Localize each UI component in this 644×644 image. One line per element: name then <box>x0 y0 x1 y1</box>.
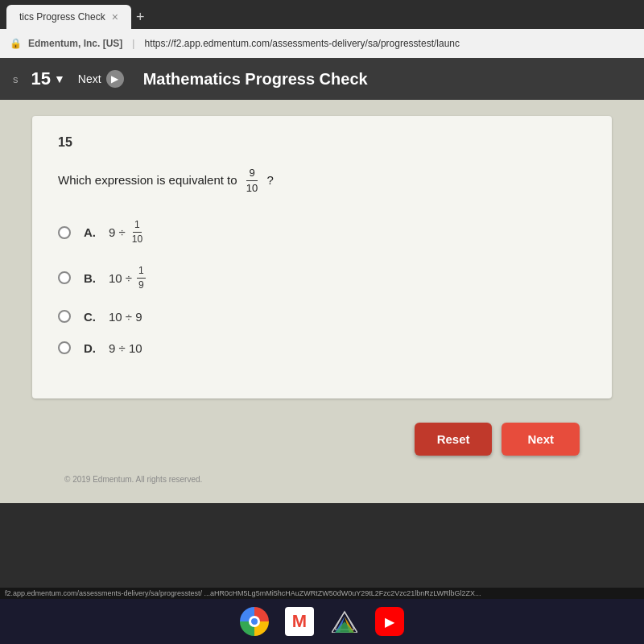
radio-a[interactable] <box>58 226 71 239</box>
option-b-content: 10 ÷ 1 9 <box>109 264 147 292</box>
gmail-icon[interactable]: M <box>285 607 314 636</box>
drive-icon[interactable] <box>330 607 359 636</box>
option-a-label: A. <box>84 225 96 239</box>
main-content: 15 Which expression is equivalent to 9 1… <box>0 100 644 503</box>
radio-c[interactable] <box>58 310 71 323</box>
question-card: 15 Which expression is equivalent to 9 1… <box>32 116 612 398</box>
prev-indicator: s <box>13 73 19 85</box>
chrome-icon[interactable] <box>240 607 269 636</box>
radio-d[interactable] <box>58 341 71 354</box>
separator: | <box>132 38 134 49</box>
chevron-down-icon: ▼ <box>54 72 65 85</box>
chrome-inner-circle <box>249 616 260 627</box>
option-c-content: 10 ÷ 9 <box>109 310 142 324</box>
opt-a-frac-den: 10 <box>130 233 144 246</box>
option-a-fraction: 1 10 <box>130 218 144 246</box>
lock-icon: 🔒 <box>10 38 22 49</box>
question-text-before: Which expression is equivalent to <box>58 173 237 187</box>
question-selector[interactable]: 15 ▼ <box>31 68 65 89</box>
tab-bar: tics Progress Check × + <box>0 0 644 29</box>
footer-url: f2.app.edmentum.com/assessments-delivery… <box>0 588 644 599</box>
question-fraction: 9 10 <box>244 166 260 196</box>
reset-button[interactable]: Reset <box>415 423 493 456</box>
option-d-label: D. <box>84 341 96 355</box>
site-name: Edmentum, Inc. [US] <box>28 38 122 49</box>
option-a[interactable]: A. 9 ÷ 1 10 <box>58 218 586 246</box>
option-b-fraction: 1 9 <box>137 264 146 292</box>
option-b[interactable]: B. 10 ÷ 1 9 <box>58 264 586 292</box>
app-header: s 15 ▼ Next ▶ Mathematics Progress Check <box>0 58 644 100</box>
taskbar: M ▶ <box>0 599 644 644</box>
copyright-text: © 2019 Edmentum. All rights reserved. <box>32 472 612 487</box>
radio-b[interactable] <box>58 271 71 284</box>
opt-b-frac-den: 9 <box>137 279 146 292</box>
option-d[interactable]: D. 9 ÷ 10 <box>58 341 586 355</box>
youtube-icon[interactable]: ▶ <box>375 607 404 636</box>
opt-a-frac-num: 1 <box>133 218 142 233</box>
tab-close-button[interactable]: × <box>112 10 118 23</box>
browser-chrome: tics Progress Check × + 🔒 Edmentum, Inc.… <box>0 0 644 58</box>
option-b-label: B. <box>84 271 96 285</box>
question-number-label: 15 <box>58 135 586 150</box>
option-a-content: 9 ÷ 1 10 <box>109 218 146 246</box>
question-text: Which expression is equivalent to 9 10 ? <box>58 166 586 196</box>
fraction-numerator: 9 <box>246 166 257 181</box>
drive-svg <box>332 610 357 633</box>
url-text[interactable]: https://f2.app.edmentum.com/assessments-… <box>144 38 460 49</box>
header-next-label: Next <box>78 72 101 85</box>
button-area: Reset Next <box>32 415 612 472</box>
fraction-denominator: 10 <box>244 181 260 196</box>
option-c-label: C. <box>84 310 96 324</box>
next-button[interactable]: Next <box>502 423 580 456</box>
question-text-after: ? <box>266 173 273 187</box>
address-bar: 🔒 Edmentum, Inc. [US] | https://f2.app.e… <box>0 29 644 58</box>
option-c[interactable]: C. 10 ÷ 9 <box>58 310 586 324</box>
page-title: Mathematics Progress Check <box>143 70 368 89</box>
option-d-content: 9 ÷ 10 <box>109 341 142 355</box>
active-tab[interactable]: tics Progress Check × <box>6 5 131 29</box>
current-question-number: 15 <box>31 68 51 89</box>
tab-title: tics Progress Check <box>19 11 105 23</box>
opt-b-frac-num: 1 <box>137 264 146 279</box>
next-arrow-icon: ▶ <box>106 70 124 88</box>
new-tab-button[interactable]: + <box>136 9 145 26</box>
header-next-button[interactable]: Next ▶ <box>78 70 124 88</box>
